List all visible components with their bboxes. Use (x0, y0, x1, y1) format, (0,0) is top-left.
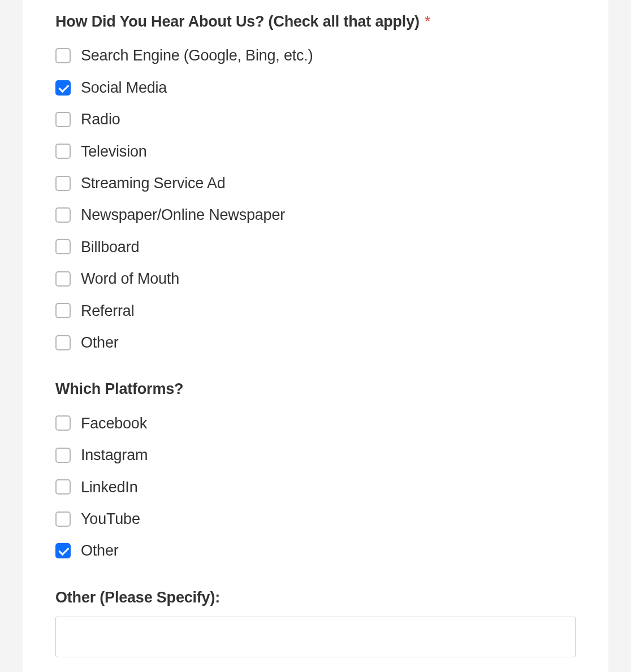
checkbox-newspaper[interactable] (55, 207, 71, 223)
option-label: Television (81, 142, 147, 161)
question-text: Which Platforms? (55, 380, 183, 397)
other-specify-input[interactable] (55, 617, 576, 657)
option-label: Word of Mouth (81, 270, 179, 288)
question-text: Other (Please Specify): (55, 589, 220, 606)
question-group-platforms: Which Platforms? Facebook Instagram Link… (55, 379, 576, 566)
checkbox-radio[interactable] (55, 112, 71, 127)
checkbox-row-word-of-mouth[interactable]: Word of Mouth (55, 263, 576, 294)
option-label: Billboard (81, 238, 139, 256)
option-label: Newspaper/Online Newspaper (81, 206, 285, 224)
checkbox-row-instagram[interactable]: Instagram (55, 439, 576, 471)
checkbox-row-streaming[interactable]: Streaming Service Ad (55, 167, 576, 199)
option-label: Instagram (81, 446, 148, 464)
checkbox-word-of-mouth[interactable] (55, 271, 71, 287)
checkbox-television[interactable] (55, 144, 71, 159)
checkbox-billboard[interactable] (55, 239, 71, 254)
question-label-hear: How Did You Hear About Us? (Check all th… (55, 11, 576, 32)
checkbox-row-facebook[interactable]: Facebook (55, 407, 576, 439)
checkbox-row-search-engine[interactable]: Search Engine (Google, Bing, etc.) (55, 40, 576, 71)
option-label: LinkedIn (81, 478, 137, 496)
checkbox-search-engine[interactable] (55, 48, 71, 63)
checkbox-social-media[interactable] (55, 80, 71, 96)
checkbox-row-television[interactable]: Television (55, 136, 576, 167)
checkbox-row-youtube[interactable]: YouTube (55, 503, 576, 535)
checkbox-other-platform[interactable] (55, 543, 71, 558)
checkbox-streaming[interactable] (55, 176, 71, 191)
checkbox-row-linkedin[interactable]: LinkedIn (55, 471, 576, 503)
checkbox-other-hear[interactable] (55, 335, 71, 350)
checkbox-list-hear: Search Engine (Google, Bing, etc.) Socia… (55, 40, 576, 358)
option-label: Radio (81, 110, 120, 128)
checkbox-row-social-media[interactable]: Social Media (55, 72, 576, 103)
question-group-other-specify: Other (Please Specify): (55, 587, 576, 657)
option-label: Search Engine (Google, Bing, etc.) (81, 46, 313, 64)
checkbox-row-other-platform[interactable]: Other (55, 535, 576, 566)
option-label: Streaming Service Ad (81, 174, 226, 192)
checkbox-row-other-hear[interactable]: Other (55, 327, 576, 358)
checkbox-linkedin[interactable] (55, 479, 71, 495)
checkbox-youtube[interactable] (55, 511, 71, 527)
option-label: Other (81, 333, 119, 352)
option-label: YouTube (81, 510, 140, 528)
option-label: Other (81, 541, 119, 560)
question-label-other-specify: Other (Please Specify): (55, 587, 576, 608)
required-asterisk: * (425, 13, 430, 30)
checkbox-row-newspaper[interactable]: Newspaper/Online Newspaper (55, 199, 576, 231)
option-label: Referral (81, 302, 134, 320)
checkbox-referral[interactable] (55, 303, 71, 318)
question-text: How Did You Hear About Us? (Check all th… (55, 13, 420, 30)
checkbox-row-referral[interactable]: Referral (55, 295, 576, 327)
checkbox-facebook[interactable] (55, 415, 71, 431)
checkbox-row-radio[interactable]: Radio (55, 103, 576, 135)
option-label: Social Media (81, 79, 167, 97)
question-group-hear: How Did You Hear About Us? (Check all th… (55, 11, 576, 358)
checkbox-instagram[interactable] (55, 448, 71, 463)
option-label: Facebook (81, 414, 147, 432)
question-label-platforms: Which Platforms? (55, 379, 576, 399)
checkbox-row-billboard[interactable]: Billboard (55, 231, 576, 263)
checkbox-list-platforms: Facebook Instagram LinkedIn YouTube Othe… (55, 407, 576, 567)
form-panel: How Did You Hear About Us? (Check all th… (23, 0, 608, 672)
page-background: How Did You Hear About Us? (Check all th… (0, 0, 631, 672)
